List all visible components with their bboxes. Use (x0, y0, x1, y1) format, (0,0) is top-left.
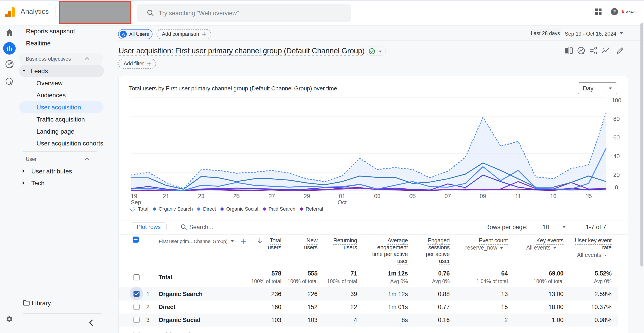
svg-text:11: 11 (515, 193, 521, 199)
svg-text:01: 01 (339, 193, 345, 199)
svg-text:03: 03 (374, 193, 380, 199)
svg-text:21: 21 (163, 193, 169, 199)
svg-text:20: 20 (613, 171, 620, 178)
svg-text:29: 29 (304, 193, 310, 199)
svg-text:25: 25 (233, 193, 240, 199)
svg-text:?: ? (613, 9, 616, 14)
svg-text:23: 23 (198, 193, 204, 199)
svg-text:09: 09 (480, 193, 486, 199)
svg-text:40: 40 (613, 153, 620, 160)
svg-text:05: 05 (409, 193, 416, 199)
svg-text:27: 27 (268, 193, 275, 199)
svg-text:Oct: Oct (338, 199, 347, 206)
svg-text:60: 60 (613, 134, 620, 141)
svg-text:15: 15 (586, 193, 592, 199)
svg-text:Sep: Sep (131, 199, 141, 206)
svg-text:19: 19 (131, 193, 137, 199)
svg-text:80: 80 (613, 116, 620, 122)
svg-text:100: 100 (612, 97, 621, 104)
svg-text:13: 13 (550, 193, 556, 199)
svg-text:0: 0 (615, 184, 618, 191)
svg-text:07: 07 (444, 193, 451, 199)
